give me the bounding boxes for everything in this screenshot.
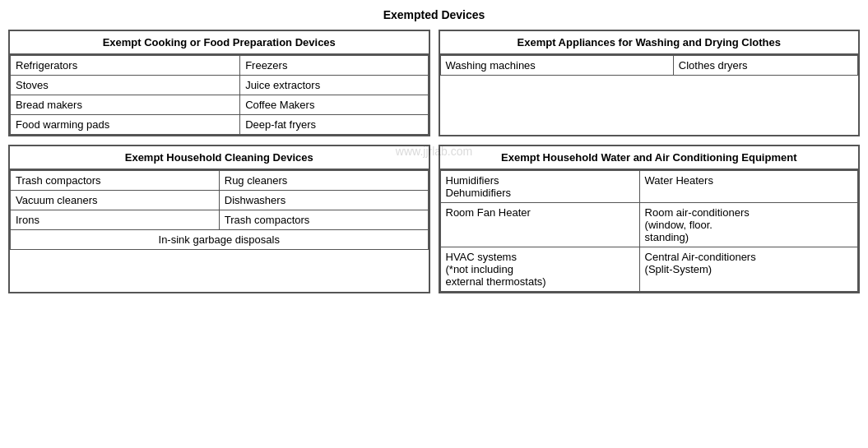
cooking-cell: Stoves [11,76,240,95]
washing-cell: Washing machines [440,56,673,76]
water-air-cell: HumidifiersDehumidifiers [440,171,639,203]
cooking-card: Exempt Cooking or Food Preparation Devic… [8,30,430,136]
cleaning-cell: Trash compactors [11,171,220,191]
table-row: Refrigerators Freezers [11,56,429,76]
water-air-cell: Room air-conditioners(window, floor.stan… [639,203,857,247]
water-air-table: HumidifiersDehumidifiers Water Heaters R… [440,170,859,292]
water-air-header: Exempt Household Water and Air Condition… [440,146,859,170]
table-row: Room Fan Heater Room air-conditioners(wi… [440,203,858,247]
cleaning-table: Trash compactors Rug cleaners Vacuum cle… [10,170,429,250]
table-row: HVAC systems(*not includingexternal ther… [440,247,858,292]
cleaning-cell: Irons [11,210,220,230]
cooking-cell: Bread makers [11,95,240,115]
table-row: Food warming pads Deep-fat fryers [11,115,429,135]
table-row: In-sink garbage disposals [11,230,429,250]
cooking-table: Refrigerators Freezers Stoves Juice extr… [10,55,429,135]
page-title: Exempted Devices [8,8,860,21]
water-air-cell: Central Air-conditioners(Split-System) [639,247,857,292]
cleaning-cell: Trash compactors [219,210,428,230]
cooking-cell: Deep-fat fryers [240,115,428,135]
table-row: Trash compactors Rug cleaners [11,171,429,191]
cleaning-card: Exempt Household Cleaning Devices Trash … [8,145,430,293]
table-row: Bread makers Coffee Makers [11,95,429,115]
washing-table: Washing machines Clothes dryers [440,55,859,76]
water-air-card: Exempt Household Water and Air Condition… [439,145,861,293]
table-row: HumidifiersDehumidifiers Water Heaters [440,171,858,203]
washing-header: Exempt Appliances for Washing and Drying… [440,31,859,55]
washing-card: Exempt Appliances for Washing and Drying… [439,30,861,136]
washing-cell: Clothes dryers [673,56,857,76]
cleaning-cell-full: In-sink garbage disposals [11,230,429,250]
cooking-cell: Food warming pads [11,115,240,135]
cooking-cell: Juice extractors [240,76,428,95]
cleaning-header: Exempt Household Cleaning Devices [10,146,429,170]
cooking-cell: Freezers [240,56,428,76]
water-air-cell: Room Fan Heater [440,203,639,247]
table-row: Vacuum cleaners Dishwashers [11,191,429,210]
cleaning-cell: Rug cleaners [219,171,428,191]
cooking-header: Exempt Cooking or Food Preparation Devic… [10,31,429,55]
water-air-cell: Water Heaters [639,171,857,203]
cleaning-cell: Vacuum cleaners [11,191,220,210]
cooking-cell: Refrigerators [11,56,240,76]
cleaning-cell: Dishwashers [219,191,428,210]
water-air-cell: HVAC systems(*not includingexternal ther… [440,247,639,292]
cooking-cell: Coffee Makers [240,95,428,115]
table-row: Washing machines Clothes dryers [440,56,858,76]
table-row: Stoves Juice extractors [11,76,429,95]
table-row: Irons Trash compactors [11,210,429,230]
main-grid: Exempt Cooking or Food Preparation Devic… [8,30,860,293]
